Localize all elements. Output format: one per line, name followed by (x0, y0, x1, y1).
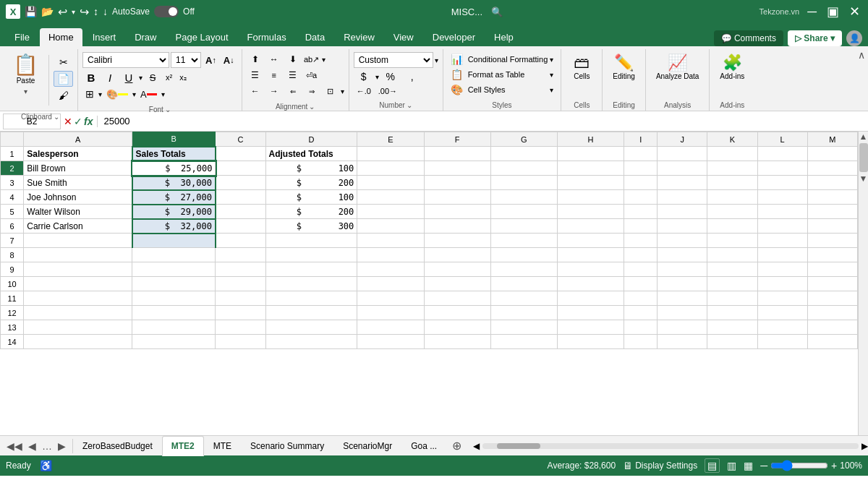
superscript-button[interactable]: x² (163, 72, 175, 83)
format-as-table-button[interactable]: 📋 Format as Table ▾ (448, 67, 557, 82)
row-header-5[interactable]: 5 (1, 205, 24, 219)
cell-d3[interactable]: $ 200 (265, 176, 357, 190)
cell-l9[interactable] (757, 262, 807, 277)
cell-g4[interactable] (490, 190, 557, 205)
cell-l1[interactable] (757, 147, 807, 161)
cell-m3[interactable] (807, 176, 857, 190)
cell-a1[interactable]: Salesperson (24, 147, 132, 161)
increase-font-button[interactable]: A↑ (203, 53, 219, 67)
scroll-h-left[interactable]: ◀ (473, 441, 480, 451)
sort-asc-icon[interactable]: ↕ (93, 6, 98, 17)
tab-page-layout[interactable]: Page Layout (167, 28, 237, 46)
cell-i14[interactable] (624, 335, 658, 349)
cell-l12[interactable] (757, 306, 807, 320)
cell-l11[interactable] (757, 291, 807, 306)
cell-m6[interactable] (807, 219, 857, 234)
cell-c3[interactable] (216, 176, 265, 190)
cell-k4[interactable] (707, 190, 757, 205)
cell-e1[interactable] (357, 147, 424, 161)
cell-k13[interactable] (707, 320, 757, 335)
align-bottom-button[interactable]: ⬇ (284, 52, 302, 67)
cell-j7[interactable] (658, 234, 707, 248)
cell-d12[interactable] (265, 306, 357, 320)
tab-review[interactable]: Review (335, 28, 383, 46)
tab-help[interactable]: Help (485, 28, 522, 46)
cell-j12[interactable] (658, 306, 707, 320)
cell-g13[interactable] (490, 320, 557, 335)
scroll-thumb[interactable] (859, 143, 868, 172)
cell-l6[interactable] (757, 219, 807, 234)
col-header-f[interactable]: F (424, 132, 490, 147)
cell-i11[interactable] (624, 291, 658, 306)
fill-color-button[interactable]: 🎨 (103, 87, 131, 101)
ribbon-collapse-button[interactable]: ∧ (858, 49, 865, 61)
cell-k10[interactable] (707, 277, 757, 291)
view-page-break-button[interactable]: ▦ (744, 460, 753, 471)
cell-c13[interactable] (216, 320, 265, 335)
cell-m7[interactable] (807, 234, 857, 248)
subscript-button[interactable]: x₂ (176, 72, 190, 84)
cell-g9[interactable] (490, 262, 557, 277)
tab-file[interactable]: File (6, 28, 38, 46)
cell-e9[interactable] (357, 262, 424, 277)
row-header-8[interactable]: 8 (1, 248, 24, 262)
cell-c14[interactable] (216, 335, 265, 349)
cell-j2[interactable] (658, 161, 707, 176)
strikethrough-button[interactable]: S (144, 69, 161, 85)
cell-c9[interactable] (216, 262, 265, 277)
zoom-out-button[interactable]: ─ (760, 460, 767, 471)
cell-b14[interactable] (132, 335, 216, 349)
cell-styles-button[interactable]: 🎨 Cell Styles ▾ (448, 82, 557, 97)
wrap-text-button[interactable]: ⏎a (303, 68, 320, 82)
row-header-6[interactable]: 6 (1, 219, 24, 234)
row-header-10[interactable]: 10 (1, 277, 24, 291)
cell-l8[interactable] (757, 248, 807, 262)
cell-a13[interactable] (24, 320, 132, 335)
cell-k14[interactable] (707, 335, 757, 349)
cell-e2[interactable] (357, 161, 424, 176)
search-icon[interactable]: 🔍 (491, 7, 503, 17)
cell-h9[interactable] (557, 262, 624, 277)
clipboard-dialog-icon[interactable]: ⌄ (54, 113, 59, 121)
horizontal-scrollbar[interactable]: ◀ ▶ (473, 441, 868, 451)
cell-b4[interactable]: $ 27,000 (132, 190, 216, 205)
grid-scroll-area[interactable]: A B C D E F G H I J K L M (0, 132, 858, 435)
tab-view[interactable]: View (385, 28, 422, 46)
tab-formulas[interactable]: Formulas (239, 28, 295, 46)
cell-j9[interactable] (658, 262, 707, 277)
cell-b6[interactable]: $ 32,000 (132, 219, 216, 234)
cell-f14[interactable] (424, 335, 490, 349)
cell-c1[interactable] (216, 147, 265, 161)
cell-l7[interactable] (757, 234, 807, 248)
cell-f6[interactable] (424, 219, 490, 234)
fill-color-dropdown[interactable]: ▾ (132, 90, 136, 98)
tab-developer[interactable]: Developer (424, 28, 484, 46)
cell-b9[interactable] (132, 262, 216, 277)
sheet-prev-button[interactable]: ◀ (26, 439, 38, 453)
cell-i13[interactable] (624, 320, 658, 335)
sheet-tab-scenariomgr[interactable]: ScenarioMgr (333, 436, 401, 456)
decrease-indent-button[interactable]: ⇐ (284, 84, 302, 98)
cell-j13[interactable] (658, 320, 707, 335)
col-header-m[interactable]: M (807, 132, 857, 147)
font-color-dropdown[interactable]: ▾ (161, 90, 165, 98)
cell-b2-active[interactable]: $ 25,000 (132, 161, 216, 176)
cell-e14[interactable] (357, 335, 424, 349)
cell-k1[interactable] (707, 147, 757, 161)
cell-g7[interactable] (490, 234, 557, 248)
cell-k9[interactable] (707, 262, 757, 277)
cell-c4[interactable] (216, 190, 265, 205)
currency-dropdown[interactable]: ▾ (375, 73, 379, 81)
cell-c11[interactable] (216, 291, 265, 306)
cell-a10[interactable] (24, 277, 132, 291)
number-dialog-dropdown[interactable]: ▾ (435, 56, 438, 64)
cell-g2[interactable] (490, 161, 557, 176)
tab-home[interactable]: Home (40, 28, 82, 46)
sheet-tab-goa[interactable]: Goa ... (401, 436, 446, 456)
cell-f1[interactable] (424, 147, 490, 161)
sheet-more-button[interactable]: … (40, 439, 54, 453)
format-painter-button[interactable]: 🖌 (54, 88, 73, 103)
cell-h5[interactable] (557, 205, 624, 219)
number-format-select[interactable]: Custom General Number Currency Accountin… (354, 52, 433, 68)
cell-d8[interactable] (265, 248, 357, 262)
